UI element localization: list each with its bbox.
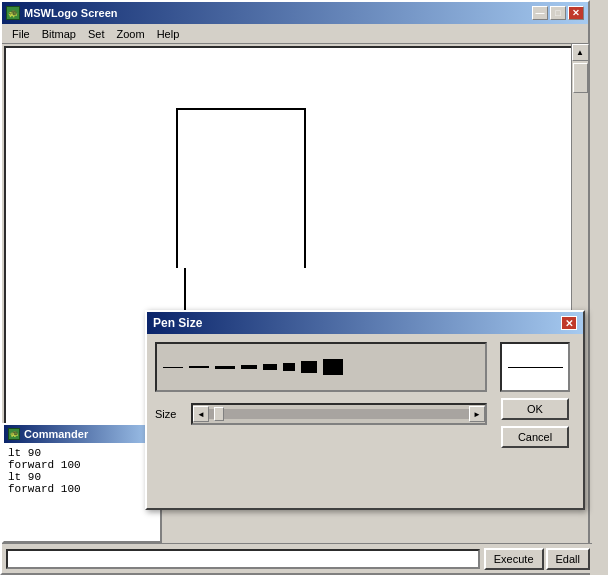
dialog-title-text: Pen Size: [153, 316, 202, 330]
commander-label: Commander: [24, 428, 88, 440]
close-button[interactable]: ✕: [568, 6, 584, 20]
cancel-button[interactable]: Cancel: [501, 426, 569, 448]
shape-left: [176, 108, 178, 268]
pen-sample-5[interactable]: [263, 364, 277, 370]
commander-line-2: forward 100: [8, 459, 156, 471]
commander-title-bar: 🐢 Commander: [4, 425, 160, 443]
pen-samples-area: [155, 342, 487, 392]
shape-right: [304, 108, 306, 268]
scroll-thumb[interactable]: [573, 63, 588, 93]
commander-line-4: forward 100: [8, 483, 156, 495]
dialog-close-button[interactable]: ✕: [561, 316, 577, 330]
commander-content: lt 90 forward 100 lt 90 forward 100: [4, 443, 160, 541]
commander-line-1: lt 90: [8, 447, 156, 459]
pen-sample-3[interactable]: [215, 366, 235, 369]
ok-button[interactable]: OK: [501, 398, 569, 420]
pen-sample-2[interactable]: [189, 366, 209, 368]
dialog-body: Size ◄ ► OK Cancel: [147, 334, 583, 508]
slider-track: [209, 409, 469, 419]
title-bar: 🐢 MSWLogo Screen — □ ✕: [2, 2, 588, 24]
menu-bar: File Bitmap Set Zoom Help: [2, 24, 588, 44]
dialog-title-bar: Pen Size ✕: [147, 312, 583, 334]
menu-set[interactable]: Set: [82, 26, 111, 42]
preview-line: [508, 367, 563, 368]
shape-top: [176, 108, 306, 110]
command-input[interactable]: [6, 549, 480, 569]
size-label: Size: [155, 408, 185, 420]
app-icon: 🐢: [6, 6, 20, 20]
menu-zoom[interactable]: Zoom: [111, 26, 151, 42]
bottom-bar: Execute Edall: [2, 543, 592, 573]
maximize-button[interactable]: □: [550, 6, 566, 20]
minimize-button[interactable]: —: [532, 6, 548, 20]
dialog-left-panel: Size ◄ ►: [155, 342, 487, 500]
pen-sample-1[interactable]: [163, 367, 183, 368]
execute-button[interactable]: Execute: [484, 548, 544, 570]
commander-icon: 🐢: [8, 428, 20, 440]
menu-help[interactable]: Help: [151, 26, 186, 42]
slider-thumb[interactable]: [214, 407, 224, 421]
menu-bitmap[interactable]: Bitmap: [36, 26, 82, 42]
pen-sample-6[interactable]: [283, 363, 295, 371]
title-buttons: — □ ✕: [532, 6, 584, 20]
slider-right-arrow[interactable]: ►: [469, 406, 485, 422]
title-bar-left: 🐢 MSWLogo Screen: [6, 6, 118, 20]
pen-sample-4[interactable]: [241, 365, 257, 369]
commander-panel: 🐢 Commander lt 90 forward 100 lt 90 forw…: [2, 423, 162, 543]
edall-button[interactable]: Edall: [546, 548, 590, 570]
size-slider[interactable]: ◄ ►: [191, 403, 487, 425]
scroll-up-button[interactable]: ▲: [572, 44, 589, 61]
pen-size-dialog: Pen Size ✕ Size ◄: [145, 310, 585, 510]
slider-left-arrow[interactable]: ◄: [193, 406, 209, 422]
window-title: MSWLogo Screen: [24, 7, 118, 19]
dialog-right-panel: OK Cancel: [495, 342, 575, 500]
pen-sample-7[interactable]: [301, 361, 317, 373]
pen-sample-8[interactable]: [323, 359, 343, 375]
menu-file[interactable]: File: [6, 26, 36, 42]
commander-line-3: lt 90: [8, 471, 156, 483]
size-row: Size ◄ ►: [155, 400, 487, 428]
preview-box: [500, 342, 570, 392]
